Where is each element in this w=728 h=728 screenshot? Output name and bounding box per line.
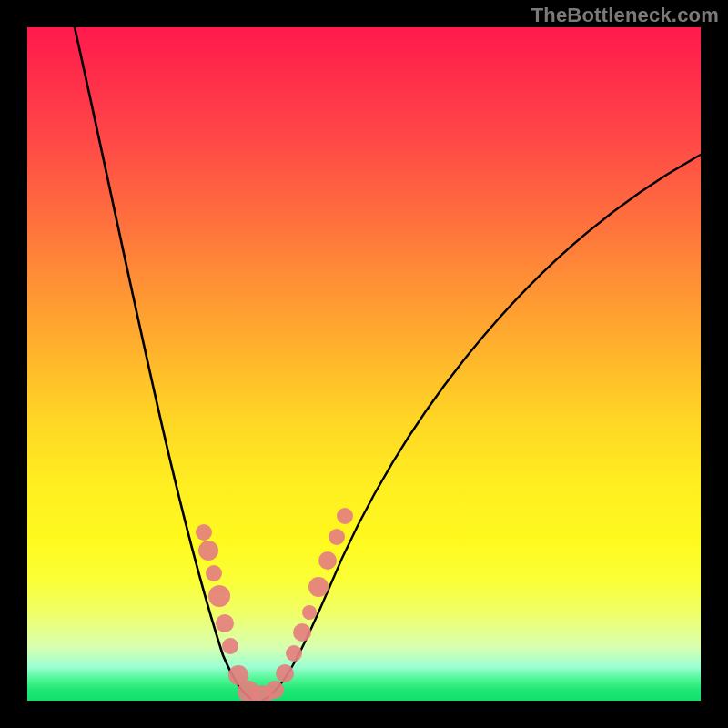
marker-group (196, 508, 353, 701)
curve-marker (196, 524, 212, 541)
curve-marker (293, 623, 311, 642)
curve-marker (308, 577, 329, 597)
curve-marker (329, 529, 345, 545)
curve-right-branch (262, 155, 701, 701)
curve-marker (198, 541, 218, 561)
outer-frame: TheBottleneck.com (0, 0, 728, 728)
curve-group (75, 27, 701, 701)
curve-marker (286, 645, 302, 662)
curve-marker (266, 681, 284, 699)
curve-marker (206, 565, 222, 581)
plot-area (27, 27, 701, 701)
curve-marker (222, 638, 238, 654)
curve-marker (318, 551, 337, 570)
curve-marker (276, 664, 294, 682)
curve-marker (208, 585, 230, 607)
curve-marker (302, 605, 317, 620)
curve-marker (337, 508, 353, 524)
chart-svg (27, 27, 701, 701)
watermark-text: TheBottleneck.com (531, 4, 719, 27)
curve-marker (216, 614, 234, 632)
